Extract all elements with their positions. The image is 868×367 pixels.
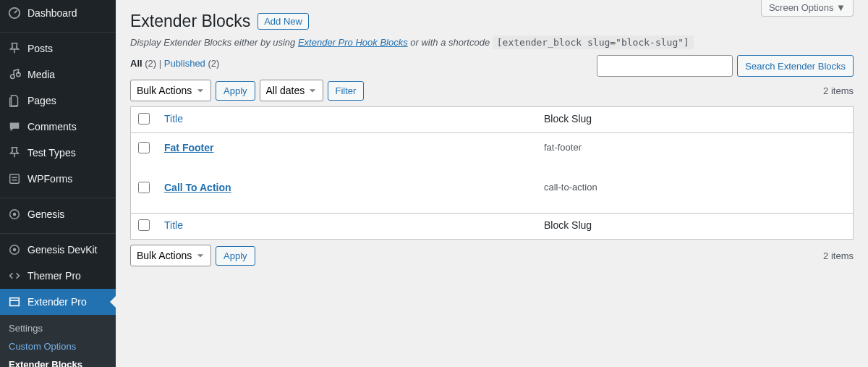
pin-icon	[7, 41, 22, 56]
row-checkbox[interactable]	[138, 182, 150, 193]
sidebar-item-label: Pages	[27, 95, 56, 106]
filter-published[interactable]: Published (2)	[164, 58, 220, 69]
sidebar-item-dashboard[interactable]: Dashboard	[0, 0, 116, 26]
submenu-item-extender-blocks[interactable]: Extender Blocks	[0, 355, 116, 367]
add-new-button[interactable]: Add New	[258, 13, 309, 30]
dashboard-icon	[7, 6, 22, 20]
screen-options-toggle[interactable]: Screen Options ▼	[761, 0, 854, 17]
page-title-text: Extender Blocks	[130, 12, 250, 31]
menu-separator	[0, 230, 116, 234]
svg-rect-8	[10, 298, 20, 306]
page-icon	[7, 93, 22, 108]
sidebar-item-label: Test Types	[27, 147, 76, 159]
menu-separator	[0, 29, 116, 33]
search-input[interactable]	[597, 55, 733, 77]
sidebar-item-wpforms[interactable]: WPForms	[0, 166, 116, 192]
pin-icon	[7, 145, 22, 160]
item-count: 2 items	[823, 85, 854, 96]
genesis-icon	[7, 242, 22, 257]
sidebar-item-pages[interactable]: Pages	[0, 88, 116, 114]
page-subtitle: Display Extender Blocks either by using …	[130, 37, 854, 48]
comment-icon	[7, 119, 22, 134]
bulk-actions-select[interactable]: Bulk Actions	[130, 80, 211, 101]
form-icon	[7, 172, 22, 186]
code-icon	[7, 269, 22, 283]
table-row: Fat Footer fat-footer	[131, 133, 853, 173]
column-slug-footer: Block Slug	[537, 213, 853, 239]
sidebar-submenu: Settings Custom Options Extender Blocks	[0, 315, 116, 367]
sidebar-item-themer-pro[interactable]: Themer Pro	[0, 263, 116, 289]
filter-button[interactable]: Filter	[328, 81, 365, 101]
select-all-checkbox[interactable]	[138, 113, 150, 125]
search-box: Search Extender Blocks	[597, 55, 854, 77]
row-title-link[interactable]: Fat Footer	[164, 142, 213, 153]
tablenav-top: Bulk Actions Apply All dates Filter 2 it…	[130, 75, 854, 106]
bulk-actions-select-bottom[interactable]: Bulk Actions	[130, 245, 211, 266]
sidebar-item-extender-pro[interactable]: Extender Pro	[0, 289, 116, 315]
subtitle-text: or with a shortcode	[408, 37, 493, 48]
sidebar-item-label: Posts	[27, 43, 53, 54]
media-icon	[7, 67, 22, 82]
submenu-item-settings[interactable]: Settings	[0, 319, 116, 337]
page-title: Extender Blocks Add New	[130, 0, 854, 34]
apply-bulk-button-bottom[interactable]: Apply	[216, 246, 255, 266]
window-icon	[7, 295, 22, 309]
row-slug: fat-footer	[537, 133, 853, 173]
sidebar-item-test-types[interactable]: Test Types	[0, 140, 116, 166]
sidebar-item-label: Media	[27, 69, 55, 80]
apply-bulk-button[interactable]: Apply	[216, 81, 255, 101]
svg-point-5	[13, 213, 17, 216]
menu-separator	[0, 195, 116, 198]
svg-rect-3	[10, 174, 20, 184]
admin-sidebar: Dashboard Posts Media Pages Comments Tes…	[0, 0, 116, 367]
sidebar-item-posts[interactable]: Posts	[0, 35, 116, 62]
column-title[interactable]: Title	[157, 107, 537, 133]
row-slug: call-to-action	[537, 173, 853, 213]
row-title-link[interactable]: Call To Action	[164, 182, 231, 193]
sidebar-item-media[interactable]: Media	[0, 62, 116, 88]
sidebar-item-genesis-devkit[interactable]: Genesis DevKit	[0, 237, 116, 263]
sidebar-item-label: Themer Pro	[27, 270, 81, 282]
subtitle-text: Display Extender Blocks either by using	[130, 37, 298, 48]
select-all-checkbox-footer[interactable]	[138, 219, 150, 231]
list-table: Title Block Slug Fat Footer fat-footer C…	[130, 106, 854, 240]
row-checkbox[interactable]	[138, 142, 150, 153]
table-row: Call To Action call-to-action	[131, 173, 853, 213]
sidebar-item-comments[interactable]: Comments	[0, 114, 116, 140]
svg-point-7	[13, 248, 17, 252]
sidebar-item-genesis[interactable]: Genesis	[0, 201, 116, 227]
sidebar-item-label: Extender Pro	[27, 296, 87, 308]
item-count-bottom: 2 items	[823, 250, 854, 261]
sidebar-item-label: Genesis DevKit	[27, 244, 97, 256]
genesis-icon	[7, 207, 22, 222]
date-filter-select[interactable]: All dates	[260, 80, 323, 101]
shortcode-example: [extender_block slug="block-slug"]	[493, 35, 694, 49]
sidebar-item-label: Genesis	[27, 208, 64, 220]
column-slug: Block Slug	[537, 107, 853, 133]
subtitle-link[interactable]: Extender Pro Hook Blocks	[298, 37, 408, 48]
sidebar-item-label: Dashboard	[27, 7, 77, 19]
sidebar-item-label: Comments	[27, 121, 77, 132]
sidebar-item-label: WPForms	[27, 173, 72, 185]
filter-all[interactable]: All (2)	[130, 58, 156, 69]
select-all-header	[131, 107, 157, 133]
column-title-footer[interactable]: Title	[157, 213, 537, 239]
main-content: Screen Options ▼ Extender Blocks Add New…	[116, 0, 868, 271]
search-button[interactable]: Search Extender Blocks	[737, 55, 854, 77]
submenu-item-custom-options[interactable]: Custom Options	[0, 337, 116, 355]
tablenav-bottom: Bulk Actions Apply 2 items	[130, 240, 854, 271]
